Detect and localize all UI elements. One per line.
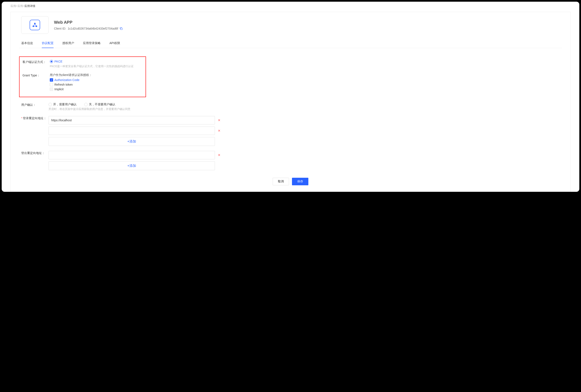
app-icon-box bbox=[21, 16, 48, 34]
app-title: Web APP bbox=[54, 20, 123, 25]
confirm-off-radio[interactable]: 关，不需要用户确认 bbox=[84, 103, 115, 106]
cancel-button[interactable]: 取消 bbox=[273, 178, 289, 185]
pkce-label: PKCE bbox=[54, 60, 62, 63]
breadcrumb-app2[interactable]: 应用 bbox=[18, 4, 23, 7]
login-redirect-input-1[interactable] bbox=[48, 116, 215, 124]
tab-protocol[interactable]: 协议配置 bbox=[42, 40, 54, 48]
confirm-on-label: 开，需要用户确认 bbox=[53, 103, 77, 106]
remove-icon[interactable]: ✕ bbox=[218, 153, 221, 157]
remove-icon[interactable]: ✕ bbox=[218, 129, 221, 133]
authz-code-checkbox[interactable]: Authorization Code bbox=[50, 78, 146, 82]
radio-icon bbox=[84, 103, 88, 106]
tab-login[interactable]: 应用登录策略 bbox=[83, 40, 100, 48]
radio-icon bbox=[50, 60, 53, 63]
client-auth-label: 客户端认证方式： bbox=[22, 60, 50, 64]
client-id-value: 1c1d2cd026734a64b42433ef2704ad6f bbox=[68, 27, 118, 30]
remove-icon[interactable]: ✕ bbox=[218, 118, 221, 122]
confirm-on-radio[interactable]: 开，需要用户确认 bbox=[48, 103, 77, 106]
save-button[interactable]: 保存 bbox=[292, 178, 308, 185]
breadcrumb-detail: 应用详情 bbox=[24, 4, 35, 7]
required-mark: * bbox=[21, 116, 22, 120]
confirm-hint: 开启时，将在页面中提示应用获取的用户信息，并需要用户确认同意 bbox=[48, 107, 562, 111]
app-icon bbox=[30, 20, 40, 30]
login-redirect-add-button[interactable]: +添加 bbox=[48, 137, 215, 146]
grant-type-label: Grant Type： bbox=[22, 73, 50, 77]
tabs: 基本信息 协议配置 授权用户 应用登录策略 API权限 bbox=[19, 40, 562, 48]
tab-basic[interactable]: 基本信息 bbox=[21, 40, 33, 48]
logout-redirect-add-button[interactable]: +添加 bbox=[48, 161, 215, 170]
implicit-label: Implicit bbox=[54, 87, 64, 91]
refresh-token-checkbox[interactable]: Refresh token bbox=[50, 83, 146, 86]
copy-icon[interactable] bbox=[120, 27, 123, 30]
pkce-radio[interactable]: PKCE bbox=[50, 60, 146, 63]
login-redirect-label: *登录重定向地址： bbox=[21, 116, 48, 120]
authz-code-label: Authorization Code bbox=[54, 78, 80, 82]
tab-authz[interactable]: 授权用户 bbox=[62, 40, 74, 48]
breadcrumb: 应用/ 应用/ 应用详情 bbox=[2, 2, 579, 8]
pkce-hint: PKCE是一种更安全客户端认证方式，它使用一次性的挑战码进行认证 bbox=[50, 64, 146, 68]
highlight-box: 客户端认证方式： PKCE PKCE是一种更安全客户端认证方式，它使用一次性的挑… bbox=[19, 56, 146, 97]
radio-icon bbox=[48, 103, 52, 106]
refresh-token-label: Refresh token bbox=[54, 83, 73, 86]
logout-redirect-label: 登出重定向地址： bbox=[21, 151, 48, 155]
svg-rect-3 bbox=[121, 28, 122, 29]
user-confirm-label: 用户确认： bbox=[21, 103, 48, 107]
grant-heading: 用户作为client请求认证和授权： bbox=[50, 73, 146, 77]
logout-redirect-input-1[interactable] bbox=[48, 151, 215, 159]
checkbox-icon bbox=[50, 87, 53, 91]
login-redirect-input-2[interactable] bbox=[48, 126, 215, 135]
implicit-checkbox: Implicit bbox=[50, 87, 146, 91]
confirm-off-label: 关，不需要用户确认 bbox=[89, 103, 115, 106]
client-id-label: Client ID: bbox=[54, 27, 66, 30]
tab-api[interactable]: API权限 bbox=[110, 40, 120, 48]
breadcrumb-app1[interactable]: 应用 bbox=[10, 4, 16, 7]
checkbox-icon bbox=[50, 83, 53, 86]
checkbox-icon bbox=[50, 78, 53, 82]
